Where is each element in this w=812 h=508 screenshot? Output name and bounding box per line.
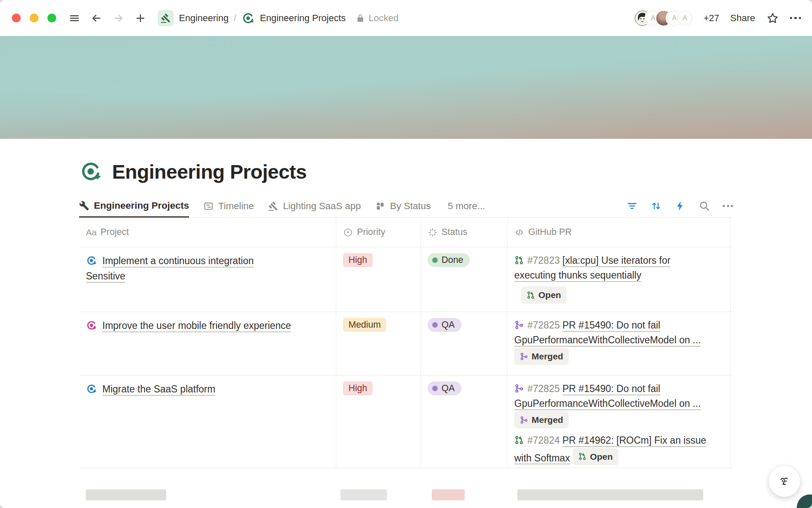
cycle-icon	[86, 383, 97, 395]
more-views-button[interactable]: 5 more...	[447, 201, 485, 212]
back-icon[interactable]	[89, 11, 104, 25]
priority-cell[interactable]: High	[336, 247, 421, 312]
cycle-icon	[86, 320, 97, 331]
tab-timeline[interactable]: Timeline	[203, 195, 254, 218]
more-icon[interactable]	[790, 17, 801, 19]
pr-number: #72823	[527, 255, 560, 266]
pr-number: #72825	[527, 383, 560, 394]
filter-icon[interactable]	[626, 200, 638, 212]
table-header: Aa Project Priority Status GitHub PR	[79, 218, 733, 247]
status-dot	[432, 257, 438, 263]
forward-icon[interactable]	[111, 11, 126, 25]
lightning-icon[interactable]	[675, 200, 686, 212]
text-icon: Aa	[86, 227, 97, 237]
breadcrumb: Engineering / Engineering Projects	[158, 10, 346, 26]
status-badge[interactable]: QA	[428, 318, 461, 332]
hammer-icon	[268, 201, 278, 211]
pr-merged-icon	[520, 416, 528, 424]
pr-number: #72824	[527, 435, 560, 446]
priority-badge[interactable]: High	[343, 381, 373, 395]
topbar: Engineering / Engineering Projects Locke…	[0, 0, 812, 36]
new-page-icon[interactable]	[133, 11, 148, 25]
pr-number: #72825	[527, 320, 560, 331]
breadcrumb-root[interactable]: Engineering	[179, 13, 228, 24]
locked-indicator[interactable]: Locked	[355, 13, 399, 24]
github-pr-cell[interactable]: #72823[xla:cpu] Use iterators for execut…	[508, 247, 731, 312]
notion-ai-button[interactable]	[769, 466, 800, 497]
project-title-link[interactable]: Improve the user mobile friendly experie…	[102, 320, 291, 331]
pr-open-icon	[578, 452, 587, 461]
pr-state-badge[interactable]: Open	[573, 448, 618, 465]
status-badge[interactable]: QA	[428, 381, 461, 395]
table-row: Implement a continuous integration Sensi…	[79, 247, 733, 312]
zoom-window-button[interactable]	[47, 14, 56, 22]
cycle-icon	[241, 11, 255, 25]
code-icon	[514, 227, 524, 237]
breadcrumb-current[interactable]: Engineering Projects	[260, 13, 346, 24]
pr-merged-icon	[514, 319, 524, 329]
avatar-stack[interactable]: A A A	[635, 11, 692, 26]
tab-engineering-projects[interactable]: Engineering Projects	[79, 195, 189, 218]
status-badge[interactable]: Done	[428, 253, 470, 267]
pr-merged-icon	[514, 383, 524, 392]
favorite-star-icon[interactable]	[766, 12, 779, 25]
project-title-link[interactable]: Migrate the SaaS platform	[102, 384, 215, 395]
share-button[interactable]: Share	[730, 13, 755, 24]
status-cell[interactable]: Done	[421, 247, 508, 312]
page-cover	[0, 36, 812, 139]
wrench-icon	[79, 201, 89, 211]
close-window-button[interactable]	[12, 14, 21, 22]
priority-cell[interactable]: Medium	[336, 312, 421, 375]
board-icon	[375, 201, 385, 211]
column-header-github-pr[interactable]: GitHub PR	[508, 218, 731, 247]
minimize-window-button[interactable]	[30, 14, 38, 22]
column-header-project[interactable]: Aa Project	[79, 218, 336, 247]
project-cell[interactable]: Improve the user mobile friendly experie…	[79, 312, 336, 375]
page-title[interactable]: Engineering Projects	[112, 160, 307, 183]
priority-badge[interactable]: High	[343, 253, 373, 267]
view-tabs: Engineering Projects Timeline Lighting S…	[79, 195, 733, 218]
project-cell[interactable]: Migrate the SaaS platform	[79, 375, 336, 468]
window-controls	[12, 14, 56, 22]
hammer-icon[interactable]	[158, 10, 174, 26]
pr-open-icon	[527, 291, 535, 299]
search-icon[interactable]	[699, 200, 710, 212]
pr-state-badge[interactable]: Open	[521, 286, 567, 304]
status-cell[interactable]: QA	[421, 375, 508, 468]
tab-lighting-saas-app[interactable]: Lighting SaaS app	[268, 195, 361, 218]
breadcrumb-separator: /	[233, 13, 236, 24]
menu-icon[interactable]	[67, 11, 82, 25]
pr-open-icon	[514, 254, 524, 264]
sort-icon[interactable]	[650, 200, 662, 212]
pr-state-badge[interactable]: Merged	[514, 411, 569, 428]
locked-label: Locked	[369, 13, 399, 24]
view-more-icon[interactable]	[723, 205, 733, 207]
pr-state-badge[interactable]: Merged	[514, 348, 569, 365]
app-window: Engineering / Engineering Projects Locke…	[0, 0, 812, 508]
github-pr-cell[interactable]: #72825PR #15490: Do not fail GpuPerforma…	[508, 375, 731, 468]
status-dot	[432, 322, 438, 328]
notion-face-icon	[776, 473, 793, 490]
column-header-status[interactable]: Status	[421, 218, 508, 247]
avatar: A	[677, 11, 692, 26]
table-row: Improve the user mobile friendly experie…	[79, 312, 733, 375]
cycle-icon	[86, 255, 97, 266]
page-cycle-icon[interactable]	[79, 160, 103, 183]
status-cell[interactable]: QA	[421, 312, 508, 375]
status-icon	[428, 227, 438, 237]
priority-badge[interactable]: Medium	[343, 318, 386, 332]
pr-merged-icon	[520, 352, 528, 361]
tab-by-status[interactable]: By Status	[375, 195, 431, 218]
lock-icon	[355, 13, 365, 23]
github-pr-cell[interactable]: #72825PR #15490: Do not fail GpuPerforma…	[508, 312, 731, 375]
partial-table-row	[79, 468, 733, 497]
column-header-priority[interactable]: Priority	[336, 218, 421, 247]
status-dot	[432, 386, 438, 391]
pr-open-icon	[514, 434, 524, 444]
avatar-overflow-count[interactable]: +27	[703, 13, 719, 24]
priority-cell[interactable]: High	[336, 375, 421, 468]
timeline-icon	[203, 201, 214, 211]
table-row: Migrate the SaaS platform High QA #72825…	[79, 375, 733, 468]
project-cell[interactable]: Implement a continuous integration Sensi…	[79, 247, 336, 312]
project-title-link[interactable]: Implement a continuous integration Sensi…	[86, 255, 254, 282]
